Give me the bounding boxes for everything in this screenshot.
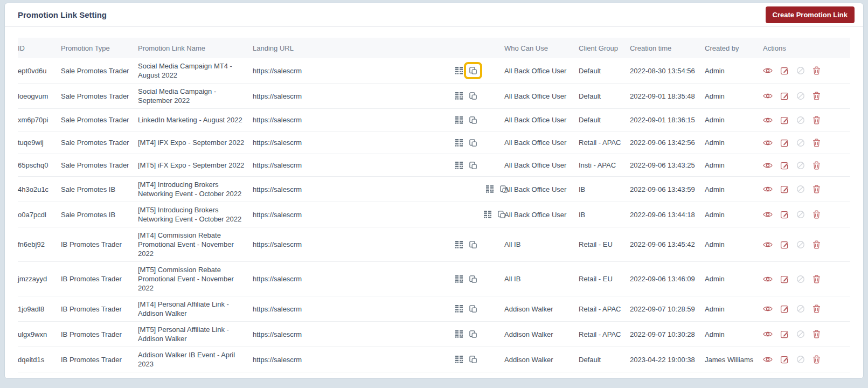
eye-icon[interactable] xyxy=(763,241,773,248)
eye-icon[interactable] xyxy=(763,356,773,363)
landing-url-link[interactable]: https://salescrm xyxy=(253,161,455,170)
trash-icon[interactable] xyxy=(813,304,821,313)
qr-code-icon[interactable] xyxy=(455,161,463,170)
trash-icon[interactable] xyxy=(813,330,821,338)
copy-icon-highlight-box xyxy=(467,89,480,102)
cell-created-by: Admin xyxy=(705,92,763,101)
cell-promotion-link-name: [MT4] iFX Expo - September 2022 xyxy=(138,138,253,147)
qr-code-icon[interactable] xyxy=(455,116,463,124)
trash-icon[interactable] xyxy=(813,116,821,124)
landing-url-link[interactable]: https://salescrm xyxy=(253,138,455,147)
ban-icon xyxy=(796,210,805,219)
qr-code-icon[interactable] xyxy=(455,66,463,75)
copy-icon[interactable] xyxy=(469,138,477,147)
copy-icon[interactable] xyxy=(469,240,477,249)
trash-icon[interactable] xyxy=(813,355,821,364)
qr-code-icon[interactable] xyxy=(455,92,463,100)
ban-icon xyxy=(796,66,805,75)
landing-url-link[interactable]: https://salescrm xyxy=(253,115,455,124)
ban-icon xyxy=(796,185,805,193)
edit-icon[interactable] xyxy=(780,92,789,100)
copy-icon[interactable] xyxy=(469,355,477,364)
eye-icon[interactable] xyxy=(763,305,773,313)
qr-code-icon[interactable] xyxy=(485,185,494,193)
edit-icon[interactable] xyxy=(780,330,789,338)
eye-icon[interactable] xyxy=(763,185,773,193)
copy-icon[interactable] xyxy=(469,161,477,170)
copy-icon[interactable] xyxy=(469,92,477,100)
cell-promotion-type: IB Promotes Trader xyxy=(61,304,138,314)
copy-icon-highlight-box xyxy=(467,114,480,127)
edit-icon[interactable] xyxy=(780,355,789,364)
cell-promotion-link-name: LinkedIn Marketing - August 2022 xyxy=(138,115,253,124)
edit-icon[interactable] xyxy=(780,66,789,75)
ban-icon xyxy=(796,330,805,338)
edit-icon[interactable] xyxy=(780,210,789,219)
landing-url-link[interactable]: https://salescrm xyxy=(253,355,455,364)
cell-created-by: Admin xyxy=(705,185,763,194)
column-header-creation-time: Creation time xyxy=(630,44,705,52)
trash-icon[interactable] xyxy=(813,185,821,193)
table-row: dqeitd1s IB Promotes Trader Addison Walk… xyxy=(18,347,850,372)
cell-landing-url: https://salescrm xyxy=(253,161,504,170)
edit-icon[interactable] xyxy=(780,275,789,283)
cell-created-by: Admin xyxy=(705,274,763,283)
landing-url-link[interactable]: https://salescrm xyxy=(253,330,455,339)
landing-url-link[interactable]: https://salescrm xyxy=(253,240,455,249)
landing-url-link[interactable]: https://salescrm xyxy=(253,274,455,283)
qr-code-icon[interactable] xyxy=(455,275,463,283)
qr-code-icon[interactable] xyxy=(483,210,492,219)
create-promotion-link-button[interactable]: Create Promotion Link xyxy=(766,6,855,23)
cell-actions xyxy=(763,116,850,124)
trash-icon[interactable] xyxy=(813,240,821,249)
trash-icon[interactable] xyxy=(813,138,821,147)
cell-client-group: Default xyxy=(579,92,630,101)
edit-icon[interactable] xyxy=(780,304,789,313)
eye-icon[interactable] xyxy=(763,275,773,283)
cell-promotion-type: Sale Promotes Trader xyxy=(61,66,138,75)
column-header-created-by: Created by xyxy=(705,44,763,52)
copy-icon[interactable] xyxy=(469,275,477,283)
eye-icon[interactable] xyxy=(763,211,773,218)
eye-icon[interactable] xyxy=(763,67,773,74)
edit-icon[interactable] xyxy=(780,185,789,193)
promotion-link-setting-card: Promotion Link Setting Create Promotion … xyxy=(4,3,864,379)
cell-promotion-type: Sale Promotes IB xyxy=(61,210,138,219)
qr-code-icon[interactable] xyxy=(455,304,463,313)
column-header-promotion-type: Promotion Type xyxy=(61,44,138,52)
copy-icon-highlight-box xyxy=(467,328,480,341)
landing-url-link[interactable]: https://salescrm xyxy=(253,185,455,194)
trash-icon[interactable] xyxy=(813,66,821,75)
link-icon-group xyxy=(455,66,477,75)
edit-icon[interactable] xyxy=(780,116,789,124)
trash-icon[interactable] xyxy=(813,275,821,283)
eye-icon[interactable] xyxy=(763,92,773,100)
edit-icon[interactable] xyxy=(780,138,789,147)
landing-url-link[interactable]: https://salescrm xyxy=(253,92,455,101)
cell-promotion-type: Sale Promotes Trader xyxy=(61,92,138,101)
cell-who-can-use: All Back Office User xyxy=(504,138,579,147)
copy-icon[interactable] xyxy=(469,66,477,75)
copy-icon-highlight-box xyxy=(467,302,480,315)
qr-code-icon[interactable] xyxy=(455,330,463,338)
landing-url-link[interactable]: https://salescrm xyxy=(253,304,455,314)
copy-icon[interactable] xyxy=(469,330,477,338)
edit-icon[interactable] xyxy=(780,240,789,249)
eye-icon[interactable] xyxy=(763,139,773,147)
trash-icon[interactable] xyxy=(813,161,821,170)
copy-icon-highlight-box xyxy=(467,136,480,149)
eye-icon[interactable] xyxy=(763,116,773,124)
trash-icon[interactable] xyxy=(813,92,821,100)
eye-icon[interactable] xyxy=(763,330,773,338)
cell-created-by: Admin xyxy=(705,330,763,339)
edit-icon[interactable] xyxy=(780,161,789,170)
qr-code-icon[interactable] xyxy=(455,355,463,364)
eye-icon[interactable] xyxy=(763,162,773,169)
trash-icon[interactable] xyxy=(813,210,821,219)
landing-url-link[interactable]: https://salescrm xyxy=(253,210,455,219)
copy-icon[interactable] xyxy=(469,304,477,313)
qr-code-icon[interactable] xyxy=(455,240,463,249)
qr-code-icon[interactable] xyxy=(455,138,463,147)
copy-icon[interactable] xyxy=(469,116,477,124)
landing-url-link[interactable]: https://salescrm xyxy=(253,66,455,75)
